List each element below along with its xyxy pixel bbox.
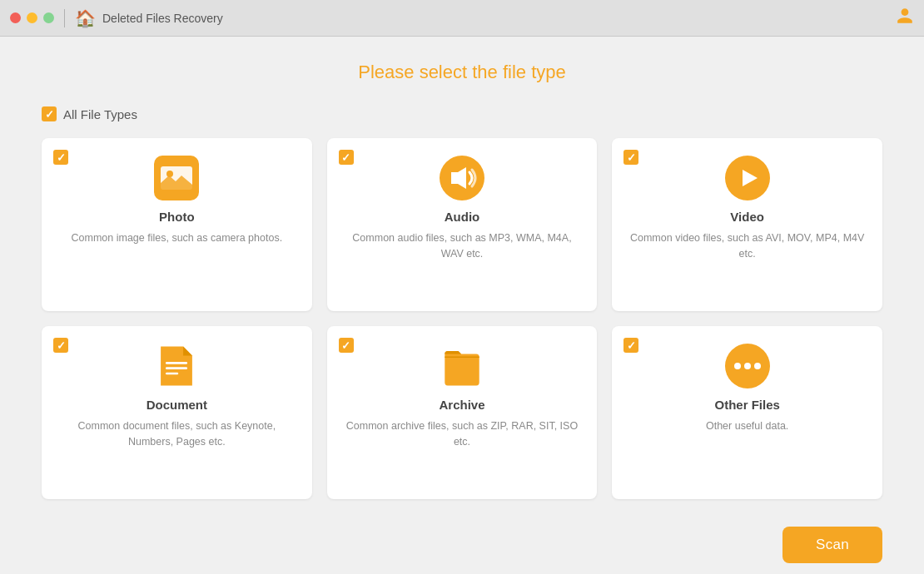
document-title: Document: [147, 398, 207, 412]
other-checkbox[interactable]: [623, 338, 638, 353]
video-desc: Common video files, such as AVI, MOV, MP…: [628, 230, 866, 262]
audio-card: Audio Common audio files, such as MP3, W…: [327, 138, 598, 311]
archive-desc: Common archive files, such as ZIP, RAR, …: [344, 418, 581, 450]
other-desc: Other useful data.: [706, 418, 788, 434]
svg-point-12: [754, 363, 761, 369]
scan-button[interactable]: Scan: [782, 527, 882, 563]
video-icon: [723, 153, 772, 203]
video-checkbox[interactable]: [623, 150, 638, 165]
audio-icon: [437, 153, 487, 203]
photo-card: Photo Common image files, such as camera…: [42, 138, 312, 311]
titlebar-divider: [64, 9, 65, 27]
other-title: Other Files: [714, 398, 779, 412]
archive-title: Archive: [439, 398, 484, 412]
traffic-lights: [10, 12, 54, 23]
photo-desc: Common image files, such as camera photo…: [72, 230, 283, 246]
user-icon[interactable]: [896, 7, 914, 29]
document-desc: Common document files, such as Keynote, …: [58, 418, 296, 450]
all-types-row: All File Types: [42, 106, 882, 121]
archive-checkbox[interactable]: [339, 338, 354, 353]
audio-checkbox[interactable]: [339, 150, 354, 165]
video-card: Video Common video files, such as AVI, M…: [612, 138, 882, 311]
minimize-button[interactable]: [27, 12, 37, 23]
svg-point-2: [166, 171, 173, 177]
close-button[interactable]: [10, 12, 21, 23]
titlebar: 🏠 Deleted Files Recovery: [0, 0, 924, 37]
photo-title: Photo: [159, 210, 195, 224]
maximize-button[interactable]: [43, 12, 54, 23]
archive-icon: [437, 341, 487, 391]
audio-title: Audio: [445, 210, 480, 224]
svg-point-10: [734, 363, 741, 369]
bottom-bar: Scan: [0, 516, 924, 574]
document-card: Document Common document files, such as …: [42, 326, 312, 499]
photo-checkbox[interactable]: [53, 150, 68, 165]
document-icon: [152, 341, 201, 391]
main-content: Please select the file type All File Typ…: [0, 37, 924, 516]
audio-desc: Common audio files, such as MP3, WMA, M4…: [344, 230, 581, 262]
document-checkbox[interactable]: [53, 338, 68, 353]
all-types-checkbox[interactable]: [42, 106, 57, 121]
other-card: Other Files Other useful data.: [612, 326, 882, 499]
other-icon: [723, 341, 772, 391]
all-types-label: All File Types: [63, 107, 137, 121]
file-grid: Photo Common image files, such as camera…: [42, 138, 882, 499]
svg-point-11: [744, 363, 751, 369]
page-heading: Please select the file type: [42, 62, 882, 83]
home-icon[interactable]: 🏠: [75, 8, 96, 28]
archive-card: Archive Common archive files, such as ZI…: [327, 326, 598, 499]
app-title: Deleted Files Recovery: [102, 12, 896, 25]
photo-icon: [152, 153, 201, 203]
video-title: Video: [730, 210, 764, 224]
